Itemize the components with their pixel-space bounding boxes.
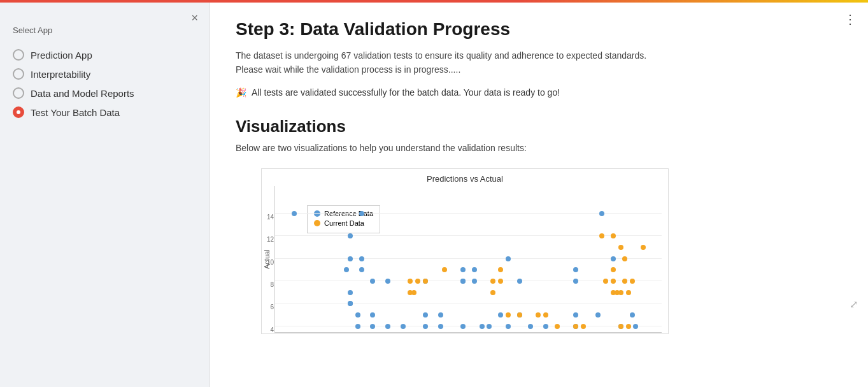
reference-data-dot: [498, 312, 503, 318]
reference-data-dot: [401, 324, 406, 329]
reference-data-dot: [385, 324, 390, 329]
current-data-dot: [543, 312, 548, 318]
current-data-dot: [603, 279, 608, 284]
current-data-dot: [415, 279, 420, 284]
three-dots-menu[interactable]: ⋮: [844, 11, 857, 27]
legend-item-current: Current Data: [314, 219, 373, 227]
current-data-dot: [611, 279, 616, 284]
y-tick-label: 6: [270, 303, 274, 310]
sidebar: × Select App Prediction AppInterpretabil…: [0, 0, 210, 387]
legend-dot-reference: [314, 210, 320, 217]
reference-data-dot: [370, 279, 375, 284]
reference-data-dot: [344, 267, 349, 272]
reference-data-dot: [438, 324, 443, 329]
select-app-label: Select App: [13, 26, 197, 35]
reference-data-dot: [423, 324, 428, 329]
reference-data-dot: [480, 324, 485, 329]
sidebar-nav-item[interactable]: Data and Model Reports: [13, 84, 197, 103]
y-tick-label: 10: [267, 258, 274, 265]
reference-data-dot: [370, 324, 375, 329]
current-data-dot: [626, 290, 631, 295]
reference-data-dot: [460, 324, 466, 329]
nav-item-label: Prediction App: [31, 50, 92, 61]
reference-data-dot: [633, 324, 638, 329]
close-button[interactable]: ×: [191, 11, 198, 25]
reference-data-dot: [506, 256, 511, 261]
main-content: ⋮ Step 3: Data Validation Progress The d…: [210, 0, 868, 387]
chart-title: Predictions vs Actual: [262, 169, 668, 184]
grid-line: [275, 303, 662, 303]
current-data-dot: [517, 312, 522, 318]
current-data-dot: [490, 279, 495, 284]
chart-container: Predictions vs Actual Actual Reference D…: [261, 168, 669, 334]
reference-data-dot: [359, 256, 364, 261]
sidebar-nav-item[interactable]: Test Your Batch Data: [13, 103, 197, 122]
current-data-dot: [641, 245, 646, 250]
grid-line: [275, 326, 662, 326]
reference-data-dot: [423, 312, 428, 318]
current-data-dot: [622, 256, 627, 261]
current-data-dot: [611, 267, 616, 272]
step-title: Step 3: Data Validation Progress: [236, 19, 843, 40]
expand-icon[interactable]: ⤢: [850, 298, 858, 310]
chart-plot: Reference Data Current Data 468101214: [274, 186, 662, 333]
reference-data-dot: [573, 267, 578, 272]
success-text: All tests are validated successfully for…: [252, 87, 560, 98]
reference-data-dot: [599, 211, 604, 216]
legend-item-reference: Reference Data: [314, 210, 373, 217]
reference-data-dot: [487, 324, 492, 329]
step-description: The dataset is undergoing 67 validation …: [236, 48, 681, 77]
legend-label-current: Current Data: [324, 219, 364, 227]
reference-data-dot: [472, 267, 477, 272]
sidebar-nav-item[interactable]: Interpretability: [13, 64, 197, 84]
current-data-dot: [618, 324, 623, 329]
current-data-dot: [498, 279, 503, 284]
success-message: 🎉 All tests are validated successfully f…: [236, 87, 843, 98]
grid-line: [275, 258, 662, 259]
reference-data-dot: [528, 324, 533, 329]
current-data-dot: [490, 290, 495, 295]
y-tick-label: 4: [270, 326, 274, 333]
y-tick-label: 8: [270, 281, 274, 288]
radio-circle: [13, 106, 24, 118]
current-data-dot: [630, 279, 635, 284]
reference-data-dot: [543, 324, 548, 329]
success-emoji: 🎉: [236, 87, 246, 98]
current-data-dot: [423, 279, 428, 284]
reference-data-dot: [385, 279, 390, 284]
reference-data-dot: [359, 267, 364, 272]
y-tick-label: 12: [267, 236, 274, 243]
y-tick-label: 14: [267, 213, 274, 220]
reference-data-dot: [348, 233, 353, 238]
reference-data-dot: [573, 279, 578, 284]
radio-circle: [13, 49, 24, 61]
current-data-dot: [581, 324, 586, 329]
top-progress-bar: [0, 0, 868, 3]
current-data-dot: [506, 312, 511, 318]
visualizations-title: Visualizations: [236, 117, 843, 136]
nav-items-container: Prediction AppInterpretabilityData and M…: [13, 45, 197, 122]
current-data-dot: [618, 245, 623, 250]
reference-data-dot: [506, 324, 511, 329]
current-data-dot: [408, 279, 413, 284]
legend-dot-current: [314, 220, 320, 226]
reference-data-dot: [355, 312, 360, 318]
reference-data-dot: [630, 312, 635, 318]
reference-data-dot: [355, 324, 360, 329]
reference-data-dot: [573, 312, 578, 318]
reference-data-dot: [517, 279, 522, 284]
reference-data-dot: [438, 312, 443, 318]
current-data-dot: [555, 324, 560, 329]
reference-data-dot: [460, 267, 466, 272]
reference-data-dot: [460, 279, 466, 284]
nav-item-label: Test Your Batch Data: [31, 107, 120, 118]
reference-data-dot: [611, 256, 616, 261]
current-data-dot: [573, 324, 578, 329]
current-data-dot: [536, 312, 541, 318]
current-data-dot: [611, 233, 616, 238]
sidebar-nav-item[interactable]: Prediction App: [13, 45, 197, 64]
chart-legend: Reference Data Current Data: [307, 205, 380, 233]
reference-data-dot: [472, 279, 477, 284]
current-data-dot: [442, 267, 447, 272]
viz-description: Below are two visualizations to help you…: [236, 143, 843, 153]
